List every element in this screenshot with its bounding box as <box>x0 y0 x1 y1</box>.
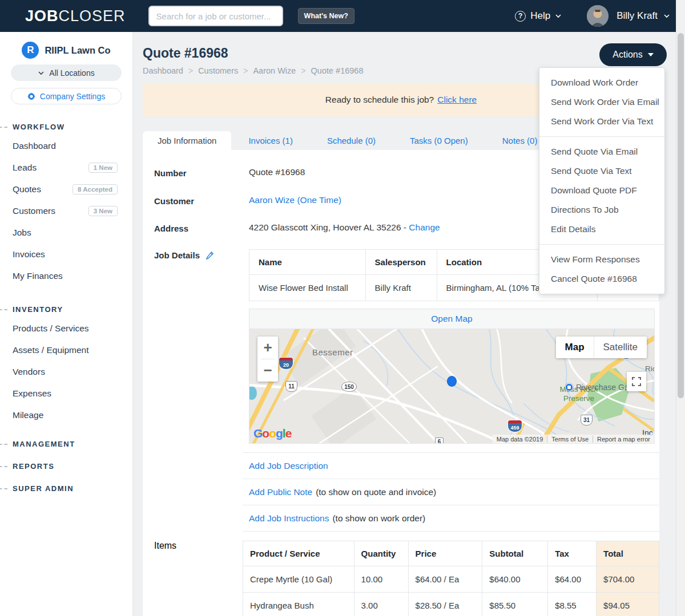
menu-item-view-form-responses[interactable]: View Form Responses <box>539 250 664 269</box>
tab-invoices[interactable]: Invoices (1) <box>231 131 310 150</box>
sidebar-item-jobs[interactable]: Jobs <box>0 222 132 244</box>
company-settings-button[interactable]: Company Settings <box>11 88 122 104</box>
scrollbar-thumb[interactable] <box>678 33 684 398</box>
map-button[interactable]: Map <box>556 337 594 358</box>
sidebar-item-products-services[interactable]: Products / Services <box>0 318 132 339</box>
item-row: Hydrangea Bush 3.00 $28.50 / Ea $85.50 $… <box>243 593 659 616</box>
menu-item-send-work-order-email[interactable]: Send Work Order Via Email <box>539 92 664 112</box>
total-cell: $704.00 <box>597 566 659 593</box>
subtotal-cell: $85.50 <box>482 593 548 616</box>
section-super-admin[interactable]: SUPER ADMIN <box>0 483 132 495</box>
customer-link[interactable]: Aaron Wize (One Time) <box>249 195 341 206</box>
sidebar: R RIIPL Lawn Co All Locations Company Se… <box>0 32 133 616</box>
add-job-instructions-link[interactable]: Add Job Instructions <box>249 513 329 524</box>
map-card: Open Map <box>249 309 655 444</box>
sidebar-item-dashboard[interactable]: Dashboard <box>0 135 132 157</box>
sidebar-item-quotes[interactable]: Quotes8 Accepted <box>0 179 132 200</box>
breadcrumb-customer-name[interactable]: Aaron Wize <box>253 66 296 75</box>
locations-label: All Locations <box>49 68 94 78</box>
poi-marker-icon <box>565 383 573 391</box>
tab-schedule[interactable]: Schedule (0) <box>310 131 393 150</box>
section-management[interactable]: MANAGEMENT <box>0 439 132 450</box>
google-logo[interactable]: Google <box>253 427 291 440</box>
menu-item-edit-details[interactable]: Edit Details <box>539 220 664 239</box>
items-header-row: Product / Service Quantity Price Subtota… <box>243 541 659 566</box>
sidebar-item-customers[interactable]: Customers3 New <box>0 200 132 222</box>
satellite-button[interactable]: Satellite <box>594 337 647 358</box>
menu-item-send-work-order-text[interactable]: Send Work Order Via Text <box>539 112 664 131</box>
sidebar-item-vendors[interactable]: Vendors <box>0 361 132 383</box>
menu-item-send-quote-text[interactable]: Send Quote Via Text <box>539 161 664 181</box>
open-map-link[interactable]: Open Map <box>249 309 654 329</box>
sidebar-item-assets-equipment[interactable]: Assets / Equipment <box>0 339 132 361</box>
breadcrumb-dashboard[interactable]: Dashboard <box>143 66 183 75</box>
zoom-in-button[interactable]: + <box>257 337 278 359</box>
product-link[interactable]: Crepe Myrtle (10 Gal) <box>243 566 354 593</box>
whats-new-button[interactable]: What's New? <box>298 8 354 24</box>
sidebar-item-label: Customers <box>13 206 55 216</box>
menu-item-download-work-order[interactable]: Download Work Order <box>539 73 664 92</box>
sidebar-item-label: Products / Services <box>13 323 89 334</box>
menu-item-download-quote-pdf[interactable]: Download Quote PDF <box>539 181 664 200</box>
change-address-link[interactable]: Change <box>409 222 440 232</box>
address-label: Address <box>154 222 249 233</box>
user-menu[interactable]: Billy Kraft <box>616 10 658 22</box>
add-links-section: Add Job Description Add Public Note (to … <box>243 452 659 532</box>
address-text: 4220 Glasscott Xing, Hoover AL 35226 - <box>249 222 406 232</box>
menu-item-send-quote-email[interactable]: Send Quote Via Email <box>539 142 664 161</box>
caret-down-icon <box>648 53 654 56</box>
terms-of-use-link[interactable]: Terms of Use <box>547 436 593 443</box>
number-label: Number <box>154 167 249 178</box>
job-location-marker[interactable] <box>447 376 457 387</box>
help-menu[interactable]: ? Help <box>515 10 562 22</box>
sidebar-item-label: Vendors <box>13 367 45 377</box>
col-total: Total <box>597 541 659 566</box>
locations-selector[interactable]: All Locations <box>11 64 122 81</box>
col-price: Price <box>408 541 482 566</box>
actions-button[interactable]: Actions <box>599 43 667 66</box>
section-inventory: INVENTORY <box>0 304 132 315</box>
map-label-bessemer: Bessemer <box>312 347 353 357</box>
add-public-note-link[interactable]: Add Public Note <box>249 487 312 497</box>
menu-divider <box>539 136 664 137</box>
tab-tasks[interactable]: Tasks (0 Open) <box>393 131 485 150</box>
chevron-down-icon <box>555 13 562 19</box>
sidebar-item-label: Assets / Equipment <box>13 345 89 355</box>
public-note-hint: (to show on quote and invoice) <box>316 487 436 497</box>
shield-us31: 31 <box>581 415 593 425</box>
breadcrumb-customers[interactable]: Customers <box>198 66 238 75</box>
help-label: Help <box>530 10 550 22</box>
edit-pencil-icon[interactable] <box>206 251 214 260</box>
menu-item-directions-to-job[interactable]: Directions To Job <box>539 200 664 220</box>
app-logo[interactable]: JOBCLOSER <box>25 7 126 25</box>
product-link[interactable]: Hydrangea Bush <box>243 593 354 616</box>
map-label-riverchase: Riverchase Gal <box>565 383 631 392</box>
banner-click-here-link[interactable]: Click here <box>437 95 477 105</box>
items-table: Product / Service Quantity Price Subtota… <box>243 541 659 616</box>
sidebar-item-leads[interactable]: Leads1 New <box>0 157 132 179</box>
add-job-description-link[interactable]: Add Job Description <box>249 461 328 471</box>
google-map[interactable]: Bessemer Moss Rock Preserve Riverchase G… <box>249 329 654 443</box>
tab-job-information[interactable]: Job Information <box>143 131 231 150</box>
section-reports[interactable]: REPORTS <box>0 461 132 472</box>
sidebar-item-my-finances[interactable]: My Finances <box>0 265 132 287</box>
search-input[interactable] <box>148 6 283 26</box>
banner-text: Ready to schedule this job? <box>325 95 434 105</box>
salesperson-cell: Billy Kraft <box>365 275 437 301</box>
sidebar-item-mileage[interactable]: Mileage <box>0 404 132 426</box>
fullscreen-icon <box>632 377 641 386</box>
menu-divider <box>539 244 664 245</box>
zoom-out-button[interactable]: − <box>257 359 278 382</box>
menu-item-cancel-quote[interactable]: Cancel Quote #16968 <box>539 269 664 289</box>
address-value: 4220 Glasscott Xing, Hoover AL 35226 - C… <box>249 222 440 233</box>
breadcrumb-separator: > <box>188 66 193 75</box>
report-map-error-link[interactable]: Report a map error <box>593 436 654 443</box>
breadcrumb-separator: > <box>243 66 248 75</box>
sidebar-item-invoices[interactable]: Invoices <box>0 244 132 265</box>
avatar[interactable] <box>587 5 609 27</box>
fullscreen-button[interactable] <box>627 372 646 391</box>
page-scrollbar[interactable] <box>676 0 685 616</box>
sidebar-item-expenses[interactable]: Expenses <box>0 383 132 404</box>
map-zoom-control: + − <box>257 337 278 382</box>
shield-i20: 20 <box>279 358 293 369</box>
